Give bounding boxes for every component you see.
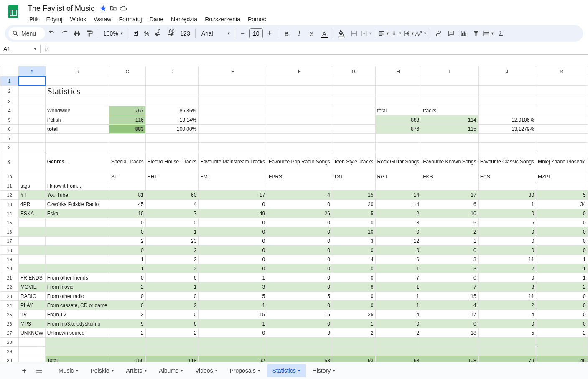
cell[interactable]: 0 bbox=[267, 237, 332, 246]
cell[interactable]: 0 bbox=[109, 218, 145, 227]
cell[interactable] bbox=[332, 125, 375, 134]
sheets-logo-icon[interactable] bbox=[5, 3, 22, 20]
borders-button[interactable] bbox=[348, 28, 360, 39]
cell[interactable]: 5 bbox=[267, 292, 332, 301]
cell[interactable] bbox=[109, 97, 145, 106]
cell[interactable] bbox=[536, 86, 588, 97]
cell[interactable]: 5 bbox=[478, 328, 536, 338]
cell[interactable]: 0 bbox=[332, 264, 375, 273]
cell[interactable]: ESKA bbox=[19, 209, 46, 218]
cell[interactable]: 92 bbox=[199, 356, 267, 363]
cell[interactable]: 2 bbox=[332, 328, 375, 338]
cell[interactable]: From movie bbox=[45, 282, 109, 292]
row-header-28[interactable]: 28 bbox=[0, 338, 19, 347]
cell[interactable]: 30 bbox=[478, 191, 536, 200]
cell[interactable] bbox=[145, 76, 199, 86]
cell[interactable] bbox=[109, 86, 145, 97]
cell[interactable] bbox=[45, 347, 109, 356]
cell[interactable]: 1 bbox=[536, 255, 588, 264]
sheet-tab-music[interactable]: Music ▼ bbox=[53, 364, 84, 377]
cell[interactable] bbox=[45, 134, 109, 143]
sheet-tab-polskie[interactable]: Polskie ▼ bbox=[85, 364, 119, 377]
cell[interactable]: Polish bbox=[45, 115, 109, 125]
cell[interactable]: 3 bbox=[199, 282, 267, 292]
cell[interactable]: 9 bbox=[109, 319, 145, 328]
cell[interactable]: 0 bbox=[536, 292, 588, 301]
cell[interactable]: 0 bbox=[536, 227, 588, 237]
cell[interactable]: 0 bbox=[199, 264, 267, 273]
halign-button[interactable]: ▼ bbox=[378, 28, 389, 39]
cell[interactable]: 0 bbox=[421, 273, 478, 282]
cell[interactable] bbox=[478, 181, 536, 191]
cell[interactable]: 0 bbox=[267, 319, 332, 328]
cell[interactable] bbox=[199, 76, 267, 86]
cell[interactable] bbox=[199, 134, 267, 143]
cell[interactable]: 0 bbox=[536, 209, 588, 218]
cell[interactable]: 4 bbox=[421, 301, 478, 310]
cell[interactable]: 60 bbox=[145, 191, 199, 200]
star-icon[interactable] bbox=[99, 5, 107, 12]
cell[interactable] bbox=[199, 106, 267, 115]
cell[interactable]: 4 bbox=[478, 310, 536, 319]
cell[interactable]: Electro House .Tracks bbox=[145, 152, 199, 172]
decrease-decimal-button[interactable]: .0 bbox=[153, 28, 164, 39]
cell[interactable] bbox=[109, 134, 145, 143]
cell[interactable]: 115 bbox=[421, 125, 478, 134]
cell[interactable]: 13,14% bbox=[145, 115, 199, 125]
cell[interactable]: 17 bbox=[421, 191, 478, 200]
cell[interactable] bbox=[375, 143, 421, 152]
rotate-button[interactable]: A▼ bbox=[415, 28, 427, 39]
menu-insert[interactable]: Wstaw bbox=[90, 14, 115, 24]
percent-button[interactable]: % bbox=[142, 30, 152, 37]
cell[interactable]: 0 bbox=[199, 200, 267, 209]
comment-button[interactable] bbox=[445, 28, 457, 39]
row-header-8[interactable]: 8 bbox=[0, 143, 19, 152]
col-header-B[interactable]: B bbox=[45, 66, 109, 76]
menu-view[interactable]: Widok bbox=[66, 14, 89, 24]
cell[interactable]: 1 bbox=[109, 255, 145, 264]
cell[interactable]: RGT bbox=[375, 172, 421, 181]
cell[interactable]: 15 bbox=[332, 191, 375, 200]
cell[interactable] bbox=[19, 347, 46, 356]
cell[interactable]: ST bbox=[109, 172, 145, 181]
cell[interactable] bbox=[199, 97, 267, 106]
cell[interactable]: 5 bbox=[421, 218, 478, 227]
cell[interactable]: 8 bbox=[478, 282, 536, 292]
cell[interactable]: 0 bbox=[332, 273, 375, 282]
cell[interactable] bbox=[145, 347, 199, 356]
cell[interactable]: 0 bbox=[267, 273, 332, 282]
cell[interactable]: 1 bbox=[478, 200, 536, 209]
cell[interactable]: 1 bbox=[375, 301, 421, 310]
cell[interactable]: 46 bbox=[536, 356, 588, 363]
cell[interactable]: Total bbox=[45, 356, 109, 363]
cell[interactable]: 116 bbox=[109, 115, 145, 125]
cell[interactable] bbox=[19, 152, 46, 172]
cell[interactable]: Teen Style Tracks bbox=[332, 152, 375, 172]
row-header-6[interactable]: 6 bbox=[0, 125, 19, 134]
cell[interactable]: 11 bbox=[478, 292, 536, 301]
cell[interactable]: 17 bbox=[421, 310, 478, 319]
cell[interactable]: I know it from... bbox=[45, 181, 109, 191]
cell[interactable] bbox=[45, 255, 109, 264]
cell[interactable]: 0 bbox=[267, 200, 332, 209]
cell[interactable] bbox=[267, 86, 332, 97]
cell[interactable]: 4 bbox=[267, 191, 332, 200]
cell[interactable]: 2 bbox=[536, 328, 588, 338]
cell[interactable] bbox=[267, 347, 332, 356]
cell[interactable] bbox=[332, 143, 375, 152]
cell[interactable]: 23 bbox=[145, 237, 199, 246]
cell[interactable]: 0 bbox=[267, 264, 332, 273]
cell[interactable] bbox=[536, 134, 588, 143]
cell[interactable] bbox=[267, 134, 332, 143]
cell[interactable]: 2 bbox=[536, 282, 588, 292]
row-header-23[interactable]: 23 bbox=[0, 292, 19, 301]
cell[interactable]: 2 bbox=[145, 246, 199, 255]
cell[interactable]: tracks bbox=[421, 106, 478, 115]
cell[interactable] bbox=[375, 134, 421, 143]
cell[interactable] bbox=[375, 76, 421, 86]
cell[interactable] bbox=[19, 172, 46, 181]
move-folder-icon[interactable] bbox=[109, 5, 117, 12]
cell[interactable]: FCS bbox=[478, 172, 536, 181]
cell[interactable] bbox=[267, 143, 332, 152]
row-header-26[interactable]: 26 bbox=[0, 319, 19, 328]
